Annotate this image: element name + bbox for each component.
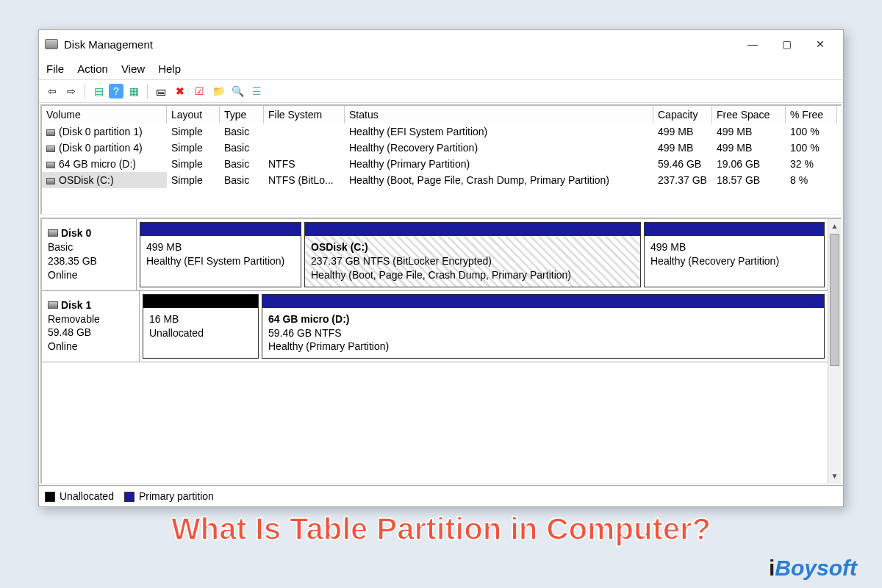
- maximize-button[interactable]: ▢: [770, 33, 803, 55]
- back-icon[interactable]: ⇦: [43, 83, 61, 99]
- volume-icon: [46, 178, 55, 184]
- volume-icon: [46, 146, 55, 152]
- options-icon[interactable]: ☰: [248, 83, 265, 99]
- menu-action[interactable]: Action: [77, 62, 108, 75]
- scroll-down-icon[interactable]: ▼: [828, 470, 841, 483]
- drive-icon: [48, 229, 58, 237]
- scroll-thumb[interactable]: [830, 234, 839, 366]
- volume-row[interactable]: (Disk 0 partition 4)SimpleBasicHealthy (…: [42, 140, 841, 156]
- brand-logo: iBoysoft: [769, 556, 857, 581]
- partition[interactable]: 16 MBUnallocated: [143, 294, 259, 359]
- volume-icon: [46, 162, 55, 168]
- drive-icon: [48, 301, 58, 309]
- window-controls: — ▢ ✕: [736, 33, 837, 55]
- properties-icon[interactable]: ☑: [190, 83, 208, 99]
- column-headers[interactable]: Volume Layout Type File System Status Ca…: [42, 106, 841, 123]
- separator: [85, 84, 85, 98]
- partition[interactable]: 64 GB micro (D:)59.46 GB NTFSHealthy (Pr…: [262, 294, 825, 359]
- partition-bar: [262, 295, 824, 308]
- refresh-icon[interactable]: ▦: [125, 83, 143, 99]
- disk-label[interactable]: Disk 1Removable59.48 GBOnline: [42, 291, 140, 362]
- forward-icon[interactable]: ⇨: [62, 83, 80, 99]
- minimize-button[interactable]: —: [736, 33, 770, 55]
- search-folder-icon[interactable]: 🔍: [229, 83, 246, 99]
- partition-bar: [305, 223, 640, 236]
- legend: Unallocated Primary partition: [39, 485, 843, 506]
- legend-unallocated: Unallocated: [45, 490, 114, 502]
- menu-view[interactable]: View: [121, 62, 145, 75]
- scroll-up-icon[interactable]: ▲: [828, 219, 841, 232]
- disk-map: Disk 0Basic238.35 GBOnline499 MBHealthy …: [40, 218, 842, 484]
- app-icon: [45, 39, 58, 49]
- disk-icon[interactable]: 🖴: [152, 83, 170, 99]
- volume-row[interactable]: OSDisk (C:)SimpleBasicNTFS (BitLo...Heal…: [42, 172, 841, 188]
- col-free[interactable]: Free Space: [712, 106, 786, 123]
- col-type[interactable]: Type: [220, 106, 264, 123]
- menubar: File Action View Help: [39, 58, 843, 79]
- volume-list[interactable]: Volume Layout Type File System Status Ca…: [40, 104, 842, 215]
- swatch-navy-icon: [124, 492, 135, 502]
- legend-primary: Primary partition: [124, 490, 214, 502]
- col-layout[interactable]: Layout: [167, 106, 220, 123]
- delete-icon[interactable]: ✖: [171, 83, 189, 99]
- partition-bar: [143, 295, 258, 308]
- swatch-black-icon: [45, 492, 55, 502]
- toolbar: ⇦ ⇨ ▤ ? ▦ 🖴 ✖ ☑ 📁 🔍 ☰: [39, 79, 843, 103]
- menu-file[interactable]: File: [46, 62, 64, 75]
- partition[interactable]: 499 MBHealthy (Recovery Partition): [644, 222, 825, 287]
- partition[interactable]: 499 MBHealthy (EFI System Partition): [140, 222, 301, 287]
- disk-label[interactable]: Disk 0Basic238.35 GBOnline: [42, 219, 137, 290]
- separator: [147, 84, 148, 98]
- col-fs[interactable]: File System: [264, 106, 345, 123]
- partition-bar: [140, 223, 301, 236]
- disk-management-window: Disk Management — ▢ ✕ File Action View H…: [38, 29, 844, 507]
- partition-bar: [645, 223, 824, 236]
- article-headline: What Is Table Partition in Computer?: [0, 512, 882, 547]
- panel-icon[interactable]: ▤: [90, 83, 107, 99]
- col-volume[interactable]: Volume: [42, 106, 167, 123]
- menu-help[interactable]: Help: [158, 62, 181, 75]
- close-button[interactable]: ✕: [803, 33, 837, 55]
- scrollbar[interactable]: ▲ ▼: [828, 219, 841, 483]
- folder-up-icon[interactable]: 📁: [209, 83, 227, 99]
- disk-row: Disk 0Basic238.35 GBOnline499 MBHealthy …: [42, 219, 828, 291]
- help-icon[interactable]: ?: [109, 84, 123, 98]
- titlebar: Disk Management — ▢ ✕: [39, 30, 843, 58]
- col-pct[interactable]: % Free: [786, 106, 837, 123]
- partition[interactable]: OSDisk (C:)237.37 GB NTFS (BitLocker Enc…: [304, 222, 641, 287]
- volume-row[interactable]: (Disk 0 partition 1)SimpleBasicHealthy (…: [42, 123, 841, 140]
- col-status[interactable]: Status: [345, 106, 653, 123]
- disk-row: Disk 1Removable59.48 GBOnline16 MBUnallo…: [42, 291, 828, 363]
- volume-icon: [46, 129, 55, 136]
- window-title: Disk Management: [64, 38, 153, 51]
- volume-row[interactable]: 64 GB micro (D:)SimpleBasicNTFSHealthy (…: [42, 156, 841, 172]
- col-capacity[interactable]: Capacity: [653, 106, 712, 123]
